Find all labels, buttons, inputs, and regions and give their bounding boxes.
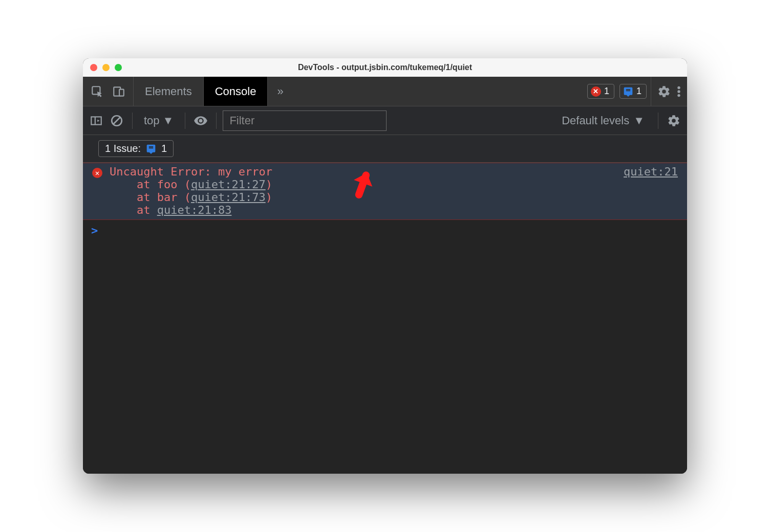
traffic-lights (90, 64, 122, 71)
titlebar: DevTools - output.jsbin.com/tukemeq/1/qu… (83, 58, 687, 77)
tab-console[interactable]: Console (204, 77, 268, 106)
svg-line-9 (114, 117, 120, 124)
stack-link[interactable]: quiet:21:83 (157, 204, 232, 216)
tab-elements[interactable]: Elements (134, 77, 204, 106)
console-toolbar: top ▼ Default levels ▼ (83, 106, 687, 135)
console-body: ✕ Uncaught Error: my error quiet:21 at f… (83, 163, 687, 474)
filter-input[interactable] (223, 110, 387, 131)
stack-frame: at bar (quiet:21:73) (110, 191, 678, 204)
error-icon: ✕ (92, 168, 102, 178)
issues-label: 1 Issue: (105, 143, 141, 154)
issue-icon (146, 144, 156, 154)
error-count: 1 (604, 86, 609, 97)
context-label: top (144, 114, 160, 127)
context-selector[interactable]: top ▼ (139, 114, 179, 127)
live-expression-icon[interactable] (191, 112, 210, 130)
window-title: DevTools - output.jsbin.com/tukemeq/1/qu… (83, 63, 687, 72)
error-icon: ✕ (591, 86, 601, 97)
stack-link[interactable]: quiet:21:27 (191, 178, 266, 191)
issue-icon (623, 86, 633, 97)
stack-link[interactable]: quiet:21:73 (191, 191, 266, 204)
clear-console-icon[interactable] (108, 112, 126, 130)
minimize-window-button[interactable] (102, 64, 110, 71)
svg-rect-2 (119, 89, 124, 96)
error-message: ✕ Uncaught Error: my error quiet:21 at f… (83, 163, 687, 220)
issues-count: 1 (161, 143, 167, 154)
toggle-sidebar-icon[interactable] (87, 112, 105, 130)
console-prompt[interactable]: > (83, 220, 687, 241)
dropdown-triangle-icon: ▼ (163, 114, 174, 127)
error-badge[interactable]: ✕ 1 (587, 84, 614, 99)
inspect-element-icon[interactable] (88, 82, 106, 101)
status-badges: ✕ 1 1 (583, 77, 651, 106)
prompt-chevron-icon: > (91, 224, 98, 237)
more-menu-icon[interactable] (677, 85, 681, 98)
issues-button[interactable]: 1 Issue: 1 (98, 140, 174, 157)
issues-bar: 1 Issue: 1 (83, 135, 687, 163)
svg-point-3 (677, 86, 680, 88)
settings-gear-icon[interactable] (657, 85, 671, 98)
log-level-selector[interactable]: Default levels ▼ (554, 114, 652, 127)
svg-rect-6 (91, 117, 101, 124)
level-label: Default levels (562, 114, 629, 127)
issue-badge[interactable]: 1 (619, 84, 647, 99)
error-text: Uncaught Error: my error (110, 165, 272, 178)
stack-frame: at foo (quiet:21:27) (110, 178, 678, 191)
tabbar: Elements Console » ✕ 1 1 (83, 77, 687, 106)
console-settings-gear-icon[interactable] (665, 112, 683, 130)
dropdown-triangle-icon: ▼ (633, 114, 645, 127)
device-toolbar-icon[interactable] (110, 82, 128, 101)
svg-point-5 (677, 94, 680, 96)
zoom-window-button[interactable] (115, 64, 122, 71)
devtools-window: DevTools - output.jsbin.com/tukemeq/1/qu… (83, 58, 687, 474)
tab-more[interactable]: » (268, 77, 292, 106)
stack-frame: at quiet:21:83 (110, 204, 678, 216)
tab-left-icons (83, 77, 134, 106)
error-source-link[interactable]: quiet:21 (624, 165, 678, 178)
stack-trace: at foo (quiet:21:27) at bar (quiet:21:73… (92, 178, 678, 216)
close-window-button[interactable] (90, 64, 97, 71)
svg-point-4 (677, 90, 680, 93)
issue-count: 1 (636, 86, 641, 97)
